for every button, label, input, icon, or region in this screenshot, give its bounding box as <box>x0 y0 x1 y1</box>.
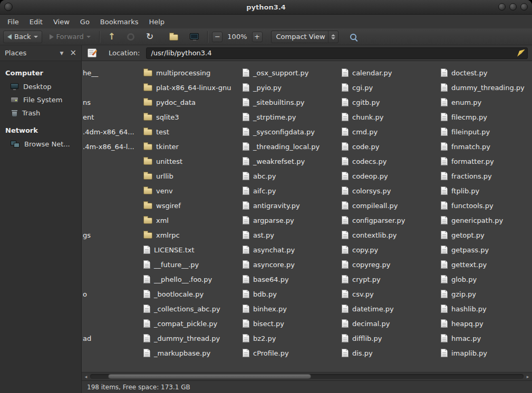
list-item[interactable]: gzip.py <box>441 287 532 301</box>
horizontal-scrollbar[interactable]: ◂ ▸ <box>82 372 532 380</box>
list-item[interactable]: colorsys.py <box>342 183 441 198</box>
list-item[interactable]: venv <box>143 183 243 198</box>
list-item[interactable]: filecmp.py <box>441 110 532 124</box>
list-item[interactable]: calendar.py <box>342 65 441 80</box>
list-item[interactable]: test <box>143 124 243 139</box>
clipped-file-name[interactable]: gs <box>83 228 91 242</box>
list-item[interactable]: _sitebuiltins.py <box>243 95 342 110</box>
search-button[interactable] <box>346 31 361 43</box>
list-item[interactable]: fnmatch.py <box>441 139 532 154</box>
list-item[interactable]: fileinput.py <box>441 124 532 139</box>
menu-view[interactable]: View <box>48 16 75 27</box>
list-item[interactable]: bdb.py <box>243 287 342 301</box>
list-item[interactable]: _osx_support.py <box>243 65 342 80</box>
list-item[interactable]: hmac.py <box>441 331 532 346</box>
list-item[interactable]: copy.py <box>342 242 441 257</box>
list-item[interactable]: crypt.py <box>342 272 441 287</box>
list-item[interactable]: argparse.py <box>243 213 342 228</box>
list-item[interactable]: bisect.py <box>243 316 342 331</box>
clipped-file-name[interactable]: .4dm-x86_64... <box>83 124 134 139</box>
menu-help[interactable]: Help <box>143 16 170 27</box>
clipped-file-name[interactable]: o <box>83 287 87 301</box>
list-item[interactable]: multiprocessing <box>143 65 243 80</box>
list-item[interactable]: code.py <box>342 139 441 154</box>
list-item[interactable]: __future__.py <box>143 257 243 272</box>
list-item[interactable]: plat-x86_64-linux-gnu <box>143 80 243 95</box>
list-item[interactable]: copyreg.py <box>342 257 441 272</box>
list-item[interactable]: contextlib.py <box>342 228 441 242</box>
zoom-in-button[interactable]: + <box>252 32 263 42</box>
list-item[interactable]: cmd.py <box>342 124 441 139</box>
list-item[interactable]: _markupbase.py <box>143 346 243 360</box>
list-item[interactable]: chunk.py <box>342 110 441 124</box>
list-item[interactable]: asynchat.py <box>243 242 342 257</box>
list-item[interactable]: urllib <box>143 169 243 183</box>
list-item[interactable]: glob.py <box>441 272 532 287</box>
list-item[interactable]: difflib.py <box>342 331 441 346</box>
list-item[interactable]: _pyio.py <box>243 80 342 95</box>
menu-edit[interactable]: Edit <box>24 16 48 27</box>
view-mode-select[interactable]: Compact View <box>271 31 338 43</box>
clipped-file-name[interactable]: ad <box>83 331 91 346</box>
new-tab-button[interactable] <box>165 31 182 43</box>
list-item[interactable]: heapq.py <box>441 316 532 331</box>
list-item[interactable]: enum.py <box>441 95 532 110</box>
list-item[interactable]: abc.py <box>243 169 342 183</box>
list-item[interactable]: asyncore.py <box>243 257 342 272</box>
list-item[interactable]: csv.py <box>342 287 441 301</box>
list-item[interactable]: codeop.py <box>342 169 441 183</box>
scroll-right-icon[interactable]: ▸ <box>525 374 531 379</box>
menu-file[interactable]: File <box>2 16 24 27</box>
file-list-view[interactable]: he__nsent.4dm-x86_64....4m-x86_64-l...gs… <box>82 61 532 380</box>
sidebar-item-filesystem[interactable]: File System <box>0 93 81 106</box>
list-item[interactable]: imaplib.py <box>441 346 532 360</box>
zoom-out-button[interactable]: − <box>212 32 223 42</box>
list-item[interactable]: formatter.py <box>441 154 532 169</box>
places-dropdown-icon[interactable]: ▼ <box>60 51 64 56</box>
menu-go[interactable]: Go <box>75 16 95 27</box>
back-button[interactable]: Back <box>3 31 42 43</box>
list-item[interactable]: tkinter <box>143 139 243 154</box>
list-item[interactable]: LICENSE.txt <box>143 242 243 257</box>
list-item[interactable]: _compat_pickle.py <box>143 316 243 331</box>
reload-button[interactable]: ↻ <box>142 31 158 43</box>
location-input[interactable] <box>146 47 528 59</box>
list-item[interactable]: dummy_threading.py <box>441 80 532 95</box>
list-item[interactable]: antigravity.py <box>243 198 342 213</box>
list-item[interactable]: cgitb.py <box>342 95 441 110</box>
menu-bookmarks[interactable]: Bookmarks <box>95 16 144 27</box>
list-item[interactable]: getopt.py <box>441 228 532 242</box>
clipped-file-name[interactable]: he__ <box>83 65 98 80</box>
list-item[interactable]: compileall.py <box>342 198 441 213</box>
list-item[interactable]: base64.py <box>243 272 342 287</box>
list-item[interactable]: xmlrpc <box>143 228 243 242</box>
list-item[interactable]: gettext.py <box>441 257 532 272</box>
list-item[interactable]: binhex.py <box>243 301 342 316</box>
list-item[interactable]: _strptime.py <box>243 110 342 124</box>
list-item[interactable]: _collections_abc.py <box>143 301 243 316</box>
forward-button[interactable]: Forward <box>45 31 95 43</box>
list-item[interactable]: cProfile.py <box>243 346 342 360</box>
clipped-file-name[interactable]: ent <box>83 110 94 124</box>
list-item[interactable]: datetime.py <box>342 301 441 316</box>
list-item[interactable]: _bootlocale.py <box>143 287 243 301</box>
minimize-button[interactable] <box>498 3 506 11</box>
list-item[interactable]: ftplib.py <box>441 183 532 198</box>
sidebar-item-desktop[interactable]: Desktop <box>0 80 81 93</box>
list-item[interactable]: __phello__.foo.py <box>143 272 243 287</box>
list-item[interactable]: xml <box>143 213 243 228</box>
list-item[interactable]: sqlite3 <box>143 110 243 124</box>
list-item[interactable]: bz2.py <box>243 331 342 346</box>
close-button[interactable] <box>520 3 528 11</box>
list-item[interactable]: pydoc_data <box>143 95 243 110</box>
list-item[interactable]: cgi.py <box>342 80 441 95</box>
list-item[interactable]: dis.py <box>342 346 441 360</box>
scrollbar-trough[interactable] <box>90 374 524 379</box>
list-item[interactable]: ast.py <box>243 228 342 242</box>
list-item[interactable]: genericpath.py <box>441 213 532 228</box>
sidebar-item-trash[interactable]: Trash <box>0 106 81 120</box>
list-item[interactable]: doctest.py <box>441 65 532 80</box>
list-item[interactable]: _weakrefset.py <box>243 154 342 169</box>
sidebar-item-browse-network[interactable]: Browse Net... <box>0 137 81 151</box>
clipped-file-name[interactable]: .4m-x86_64-l... <box>83 139 134 154</box>
